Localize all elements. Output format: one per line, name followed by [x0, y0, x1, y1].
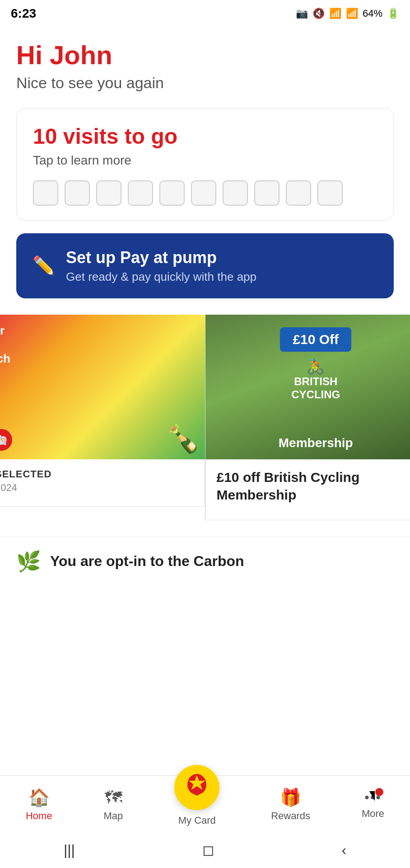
offers-row: or3tch 🍾 🐚 SELECTED 2024 £10 Off	[0, 315, 410, 520]
nav-home[interactable]: 🏠 Home	[26, 788, 52, 822]
visit-dot	[223, 180, 248, 206]
visits-subtitle: Tap to learn more	[33, 153, 377, 168]
pump-icon: ✏️	[33, 255, 55, 276]
visit-dot	[159, 180, 185, 206]
offer-left-image: or3tch 🍾 🐚	[0, 315, 205, 459]
leaf-icon: 🌿	[16, 550, 41, 573]
bottles-icon: 🍾	[167, 423, 200, 455]
pump-title: Set up Pay at pump	[66, 248, 256, 267]
rewards-icon: 🎁	[280, 788, 301, 807]
svg-text:🐚: 🐚	[0, 433, 8, 446]
nav-rewards[interactable]: 🎁 Rewards	[271, 788, 310, 822]
bluetooth-icon: 📷	[296, 8, 308, 19]
offer-left-date: 2024	[0, 482, 194, 494]
bottom-nav: 🏠 Home 🗺 Map My Card 🎁 Rewards •••	[0, 775, 410, 832]
visits-title: 10 visits to go	[33, 125, 377, 149]
visits-card[interactable]: 10 visits to go Tap to learn more	[16, 108, 394, 221]
greeting-subtitle: Nice to see you again	[16, 74, 394, 92]
offer-right-body: £10 off British Cycling Membership	[205, 459, 410, 520]
discount-label: £10 Off	[280, 327, 351, 352]
android-back-btn[interactable]: ‹	[341, 842, 346, 859]
shell-badge: 🐚	[0, 429, 13, 453]
volume-icon: 🔇	[312, 8, 325, 19]
pump-text-block: Set up Pay at pump Get ready & pay quick…	[66, 248, 256, 284]
nav-more-label: More	[362, 808, 384, 820]
battery-icon: 🔋	[387, 8, 399, 19]
status-time: 6:23	[11, 6, 36, 21]
offer-right-image: £10 Off 🚴 BRITISHCYCLING Membership	[205, 315, 410, 459]
status-bar: 6:23 📷 🔇 📶 📶 64% 🔋	[0, 0, 410, 27]
cycling-logo: 🚴 BRITISHCYCLING	[291, 358, 340, 401]
visit-dot	[286, 180, 311, 206]
nav-map[interactable]: 🗺 Map	[104, 788, 123, 822]
nav-rewards-label: Rewards	[271, 810, 310, 822]
signal-icon: 📶	[346, 8, 358, 19]
visit-dot	[254, 180, 280, 206]
greeting-name: Hi John	[16, 41, 394, 70]
offer-left-overlay: or3tch	[0, 324, 10, 366]
offer-left-body: SELECTED 2024	[0, 459, 205, 507]
home-icon: 🏠	[28, 788, 50, 807]
shell-logo-icon	[183, 771, 210, 804]
visit-dot	[65, 180, 90, 206]
nav-home-label: Home	[26, 810, 52, 822]
pay-pump-banner[interactable]: ✏️ Set up Pay at pump Get ready & pay qu…	[16, 233, 394, 298]
offer-card-right[interactable]: £10 Off 🚴 BRITISHCYCLING Membership £10 …	[205, 315, 410, 520]
nav-mycard[interactable]: My Card	[174, 783, 219, 826]
offer-left-label: SELECTED	[0, 468, 194, 480]
android-home-btn[interactable]: ◻	[202, 841, 214, 859]
android-nav: ||| ◻ ‹	[0, 832, 410, 868]
visit-dot	[128, 180, 153, 206]
visits-dots	[33, 180, 377, 206]
android-menu-btn[interactable]: |||	[64, 842, 75, 859]
carbon-section: 🌿 You are opt-in to the Carbon	[0, 537, 410, 586]
status-icons: 📷 🔇 📶 📶 64% 🔋	[296, 8, 399, 19]
offer-right-title: £10 off British Cycling Membership	[217, 468, 410, 504]
nav-mycard-label: My Card	[178, 815, 216, 826]
visit-dot	[191, 180, 216, 206]
membership-label: Membership	[279, 436, 353, 450]
mycard-button[interactable]	[174, 765, 219, 810]
pump-subtitle: Get ready & pay quickly with the app	[66, 270, 256, 284]
nav-map-label: Map	[104, 810, 123, 822]
battery-level: 64%	[363, 8, 382, 19]
visit-dot	[33, 180, 58, 206]
offer-card-left[interactable]: or3tch 🍾 🐚 SELECTED 2024	[0, 315, 205, 520]
carbon-text: You are opt-in to the Carbon	[50, 553, 244, 570]
wifi-icon: 📶	[329, 8, 341, 19]
nav-more[interactable]: ••• More	[362, 790, 384, 820]
more-badge	[375, 788, 383, 796]
main-content: Hi John Nice to see you again 10 visits …	[0, 27, 410, 298]
map-icon: 🗺	[105, 788, 122, 807]
visit-dot	[317, 180, 343, 206]
visit-dot	[96, 180, 121, 206]
